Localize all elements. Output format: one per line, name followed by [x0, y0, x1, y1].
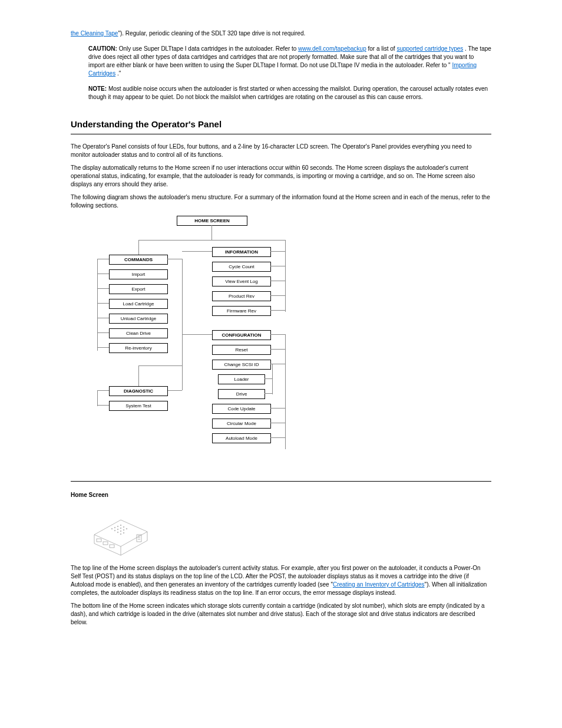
svg-marker-0	[94, 520, 147, 546]
heading-home-screen: Home Screen	[71, 491, 491, 499]
diagram-info-product-rev: Product Rev	[212, 291, 271, 301]
svg-point-11	[117, 529, 118, 530]
diagram-cfg-autoload-mode: Autoload Mode	[212, 433, 271, 443]
intro-text: "). Regular, periodic cleaning of the SD…	[118, 30, 305, 37]
diagram-commands: COMMANDS	[109, 255, 168, 265]
diagram-configuration: CONFIGURATION	[212, 330, 271, 340]
diagram-cfg-code-update: Code Update	[212, 404, 271, 414]
heading-operators-panel: Understanding the Operator's Panel	[71, 118, 491, 134]
intro-line: the Cleaning Tape"). Regular, periodic c…	[71, 29, 491, 38]
home-paragraph-1: The top line of the Home screen displays…	[71, 564, 491, 597]
diagram-cmd-re-inventory: Re-inventory	[109, 343, 168, 353]
diagram-cfg-change-scsi-id: Change SCSI ID	[212, 360, 271, 370]
diagram-diagnostic: DIAGNOSTIC	[109, 386, 168, 396]
home-paragraph-2: The bottom line of the Home screen indic…	[71, 602, 491, 627]
op-paragraph-3: The following diagram shows the autoload…	[71, 193, 491, 210]
autoloader-illustration	[88, 511, 153, 558]
op-paragraph-1: The Operator's Panel consists of four LE…	[71, 143, 491, 159]
diagram-cfg-drive: Drive	[218, 389, 265, 399]
caution-text-4: ."	[117, 70, 121, 77]
diagram-cfg-reset: Reset	[212, 345, 271, 355]
diagram-information: INFORMATION	[212, 247, 271, 257]
diagram-cmd-clean-drive: Clean Drive	[109, 328, 168, 338]
svg-rect-18	[97, 539, 101, 542]
svg-point-9	[126, 528, 127, 529]
diagram-info-view-event-log: View Event Log	[212, 276, 271, 286]
svg-rect-20	[110, 545, 114, 548]
svg-point-14	[117, 532, 118, 533]
diagram-cmd-load-cartridge: Load Cartridge	[109, 299, 168, 309]
op-paragraph-2: The display automatically returns to the…	[71, 164, 491, 189]
svg-point-15	[120, 531, 121, 532]
diagram-cmd-export: Export	[109, 284, 168, 294]
svg-point-7	[120, 525, 121, 526]
menu-structure-diagram: HOME SCREEN INFORMATION Cycle Count View…	[71, 216, 491, 482]
diagram-info-firmware-rev: Firmware Rev	[212, 306, 271, 316]
svg-point-12	[120, 528, 121, 529]
diagram-info-cycle-count: Cycle Count	[212, 262, 271, 272]
note-text: Most audible noise occurs when the autol…	[88, 85, 488, 100]
diagram-cmd-unload-cartridge: Unload Cartridge	[109, 314, 168, 324]
svg-point-6	[117, 526, 118, 527]
home-p1-link[interactable]: Creating an Inventory of Cartridges	[333, 581, 425, 588]
svg-point-10	[114, 530, 115, 531]
note-label: NOTE:	[88, 85, 107, 92]
svg-rect-19	[103, 542, 108, 545]
svg-point-8	[123, 526, 124, 528]
diagram-diag-system-test: System Test	[109, 401, 168, 411]
caution-text-2: for a list of	[368, 45, 397, 52]
caution-link-1[interactable]: www.dell.com/tapebackup	[298, 45, 366, 52]
caution-link-2[interactable]: supported cartridge types	[396, 45, 463, 52]
caution-block: CAUTION: Only use Super DLTtape I data c…	[88, 45, 491, 78]
svg-point-17	[120, 533, 121, 535]
svg-point-16	[123, 532, 124, 533]
diagram-home: HOME SCREEN	[177, 216, 247, 226]
intro-link[interactable]: the Cleaning Tape	[71, 30, 118, 37]
svg-point-4	[111, 528, 113, 529]
diagram-cmd-import: Import	[109, 269, 168, 279]
note-block: NOTE: Most audible noise occurs when the…	[88, 85, 491, 101]
diagram-cfg-circular-mode: Circular Mode	[212, 419, 271, 429]
caution-text-1: Only use Super DLTtape I data cartridges…	[119, 45, 298, 52]
diagram-cfg-loader: Loader	[218, 374, 265, 384]
caution-label: CAUTION:	[88, 45, 117, 52]
svg-point-5	[114, 527, 115, 528]
svg-point-13	[123, 529, 124, 531]
